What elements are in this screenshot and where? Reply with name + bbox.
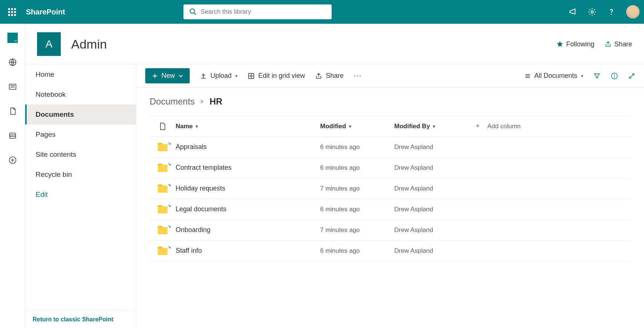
breadcrumb-current: HR [209, 96, 222, 107]
item-modified: 6 minutes ago [320, 206, 394, 213]
help-icon[interactable] [607, 7, 616, 16]
app-title[interactable]: SharePoint [26, 8, 65, 16]
table-row[interactable]: ↘ Contract templates 6 minutes ago Drew … [150, 158, 631, 178]
site-logo[interactable]: A [37, 32, 61, 56]
col-name[interactable]: Name▾ [176, 123, 320, 130]
rail-list-icon[interactable] [6, 129, 19, 142]
app-launcher[interactable] [4, 4, 19, 19]
nav-item-notebook[interactable]: Notebook [25, 85, 136, 105]
item-modified: 6 minutes ago [320, 143, 394, 151]
command-bar: New Upload ▾ Edit in grid view Sha [136, 64, 644, 87]
return-classic-link[interactable]: Return to classic SharePoint [25, 311, 136, 328]
svg-line-1 [194, 13, 196, 15]
folder-icon: ↘ [158, 143, 167, 151]
col-add[interactable]: + Add column [476, 122, 550, 130]
table-row[interactable]: ↘ Staff info 6 minutes ago Drew Aspland [150, 241, 631, 261]
info-icon [611, 72, 618, 80]
folder-icon: ↘ [158, 226, 167, 234]
megaphone-icon[interactable] [568, 7, 577, 16]
grid-icon [248, 73, 255, 79]
sync-badge-icon: ↘ [168, 224, 171, 228]
chevron-down-icon [179, 74, 183, 78]
file-table: Name▾ Modified▾ Modified By▾ + Add colum… [150, 116, 631, 261]
folder-icon: ↘ [158, 247, 167, 255]
nav-item-home[interactable]: Home [25, 64, 136, 85]
nav-item-recycle-bin[interactable]: Recycle bin [25, 165, 136, 185]
info-button[interactable] [611, 72, 618, 80]
share-icon [605, 41, 611, 47]
follow-button[interactable]: Following [557, 40, 594, 48]
nav-item-documents[interactable]: Documents [25, 105, 136, 125]
upload-button[interactable]: Upload ▾ [200, 72, 238, 80]
table-row[interactable]: ↘ Appraisals 6 minutes ago Drew Aspland [150, 137, 631, 158]
filter-button[interactable] [594, 73, 600, 79]
site-title[interactable]: Admin [71, 37, 107, 52]
expand-button[interactable] [628, 73, 635, 79]
svg-point-0 [190, 9, 195, 13]
rail-add-icon[interactable] [6, 153, 19, 167]
nav-item-site-contents[interactable]: Site contents [25, 145, 136, 165]
upload-icon [200, 73, 207, 79]
rail-file-icon[interactable] [6, 105, 19, 118]
nav-edit-link[interactable]: Edit [25, 185, 136, 205]
breadcrumb: Documents HR [150, 96, 631, 107]
item-name: Appraisals [176, 143, 207, 151]
edit-grid-button[interactable]: Edit in grid view [248, 72, 305, 80]
app-rail: IT [0, 24, 25, 328]
svg-point-3 [611, 14, 611, 14]
plus-icon [152, 73, 158, 79]
item-modified-by: Drew Aspland [394, 143, 476, 151]
col-modified-by[interactable]: Modified By▾ [394, 123, 476, 130]
col-type[interactable] [150, 123, 176, 130]
item-modified: 7 minutes ago [320, 185, 394, 192]
search-box[interactable] [183, 4, 332, 19]
sync-badge-icon: ↘ [168, 245, 171, 249]
overflow-button[interactable]: ··· [354, 72, 362, 80]
item-name: Onboarding [176, 226, 210, 234]
site-nav: HomeNotebookDocumentsPagesSite contentsR… [25, 64, 136, 328]
item-name: Staff info [176, 247, 202, 255]
new-button[interactable]: New [145, 68, 190, 83]
rail-news-icon[interactable] [6, 80, 19, 93]
document-library: New Upload ▾ Edit in grid view Sha [136, 64, 644, 328]
share-icon [315, 73, 322, 79]
rail-globe-icon[interactable] [6, 56, 19, 69]
user-avatar[interactable] [626, 5, 640, 19]
list-icon [524, 73, 531, 79]
suite-header: SharePoint [0, 0, 644, 24]
share-site-button[interactable]: Share [605, 40, 632, 48]
sync-badge-icon: ↘ [168, 162, 171, 166]
table-row[interactable]: ↘ Holiday requests 7 minutes ago Drew As… [150, 178, 631, 199]
star-icon [557, 41, 563, 47]
folder-icon: ↘ [158, 185, 167, 193]
item-name: Legal documents [176, 205, 226, 213]
item-modified: 7 minutes ago [320, 226, 394, 234]
item-name: Holiday requests [176, 185, 225, 192]
sync-badge-icon: ↘ [168, 183, 171, 187]
waffle-icon [8, 8, 16, 16]
share-button[interactable]: Share [315, 72, 343, 80]
file-icon [160, 123, 166, 130]
item-name: Contract templates [176, 164, 232, 172]
table-header: Name▾ Modified▾ Modified By▾ + Add colum… [150, 116, 631, 137]
filter-icon [594, 73, 600, 79]
table-row[interactable]: ↘ Onboarding 7 minutes ago Drew Aspland [150, 220, 631, 241]
folder-icon: ↘ [158, 164, 167, 172]
view-switcher[interactable]: All Documents ▾ [524, 72, 583, 80]
nav-item-pages[interactable]: Pages [25, 125, 136, 145]
item-modified-by: Drew Aspland [394, 247, 476, 255]
item-modified-by: Drew Aspland [394, 185, 476, 192]
breadcrumb-root[interactable]: Documents [150, 96, 195, 107]
item-modified-by: Drew Aspland [394, 226, 476, 234]
search-icon [189, 8, 196, 16]
col-modified[interactable]: Modified▾ [320, 123, 394, 130]
settings-icon[interactable] [588, 7, 597, 16]
svg-point-2 [591, 11, 593, 13]
rail-home[interactable]: IT [6, 31, 19, 44]
table-row[interactable]: ↘ Legal documents 6 minutes ago Drew Asp… [150, 199, 631, 220]
item-modified: 6 minutes ago [320, 247, 394, 255]
chevron-down-icon: ▾ [581, 73, 583, 79]
search-input[interactable] [200, 8, 326, 16]
svg-rect-8 [10, 133, 16, 138]
expand-icon [628, 73, 635, 79]
